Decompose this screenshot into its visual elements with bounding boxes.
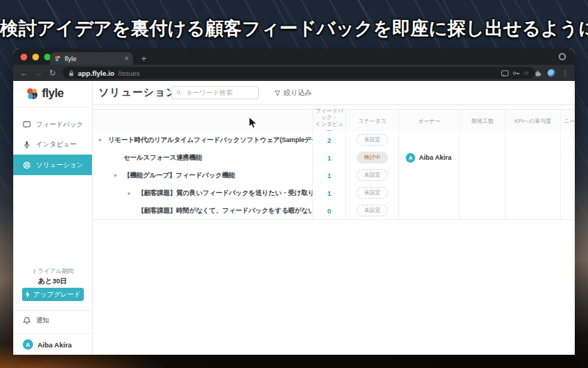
collapse-caret-icon[interactable]: ▾ <box>114 172 123 179</box>
sidebar-item-interview[interactable]: インタビュー <box>13 135 92 155</box>
status-badge[interactable]: 未設定 <box>356 187 388 199</box>
table-row[interactable]: 【顧客課題】時間がなくて、フィードバックをする暇がない 0 未設定 <box>93 202 575 220</box>
browser-profile-avatar[interactable] <box>548 69 556 77</box>
solution-title[interactable]: 【顧客課題】質の良いフィードバックを送りたい・受け取りたい <box>137 188 312 198</box>
column-header-status: ステータス <box>345 110 398 132</box>
status-badge[interactable]: 検討中 <box>356 152 388 163</box>
upgrade-button-label: アップグレード <box>33 290 80 300</box>
sidebar-divider <box>13 107 92 107</box>
browser-toolbar: ← → ↻ app.flyle.io /issues ☆ <box>13 65 575 81</box>
filter-funnel-icon <box>274 90 281 96</box>
back-icon[interactable]: ← <box>20 65 28 81</box>
url-host: app.flyle.io <box>78 69 115 77</box>
reload-icon[interactable]: ↻ <box>49 65 56 81</box>
browser-tab-strip: flyle × + <box>13 49 575 65</box>
flyle-favicon <box>54 55 61 62</box>
flyle-logo-icon <box>26 88 38 100</box>
table-row[interactable]: セールスフォース連携機能 1 検討中 A Aiba Akira <box>93 149 575 167</box>
bookmark-star-icon[interactable]: ☆ <box>523 69 529 77</box>
status-badge[interactable]: 未設定 <box>356 169 388 181</box>
user-name: Aiba Akira <box>37 341 72 349</box>
browser-settings-icon[interactable] <box>559 53 566 60</box>
solution-title[interactable]: セールスフォース連携機能 <box>123 153 202 163</box>
filter-label: 絞り込み <box>284 88 312 98</box>
solution-title[interactable]: リモート時代のリアルタイムフィードバックソフトウェア(Sampleデータ) <box>108 135 312 145</box>
upgrade-button[interactable]: アップグレード <box>22 288 84 301</box>
video-caption: 検討アイデアを裏付ける顧客フィードバックを即座に探し出せるように <box>0 16 588 40</box>
table-header-row: フィードバック・インタビュー ステータス オーナー 開発工数 KPIへの寄与度 … <box>93 109 575 132</box>
trial-days-left: あと30日 <box>13 277 92 286</box>
column-header-effort: 開発工数 <box>459 110 505 132</box>
forward-icon[interactable]: → <box>35 65 43 81</box>
window-controls <box>21 54 51 60</box>
table-row[interactable]: ▾ 【機能グループ】フィードバック機能 1 未設定 <box>93 166 575 185</box>
table-row[interactable]: ▸ 【顧客課題】質の良いフィードバックを送りたい・受け取りたい 1 未設定 <box>93 184 575 202</box>
column-header-owner: オーナー <box>398 110 459 132</box>
sidebar-item-label: フィードバック <box>36 120 83 130</box>
extension-icon[interactable] <box>534 69 542 77</box>
tab-close-icon[interactable]: × <box>124 55 129 63</box>
filter-button[interactable]: 絞り込み <box>274 86 312 99</box>
lock-icon <box>68 70 74 77</box>
table-row[interactable]: ▾ リモート時代のリアルタイムフィードバックソフトウェア(Sampleデータ) … <box>93 131 575 149</box>
sidebar-item-label: ソリューション <box>36 160 83 170</box>
owner-avatar: A <box>406 153 415 163</box>
sidebar-divider <box>13 333 92 334</box>
mouse-cursor <box>248 116 258 130</box>
new-tab-button[interactable]: + <box>141 52 147 65</box>
feedback-icon <box>23 121 31 129</box>
collapse-caret-icon[interactable]: ▾ <box>98 137 108 144</box>
cast-icon[interactable] <box>501 70 509 77</box>
bell-icon <box>23 316 31 325</box>
feedback-count[interactable]: 0 <box>327 207 331 215</box>
keyword-search-box[interactable] <box>171 86 259 99</box>
minimize-window-button[interactable] <box>32 54 39 60</box>
flyle-logo-text: flyle <box>42 87 64 100</box>
feedback-count[interactable]: 2 <box>327 136 331 144</box>
flyle-app: flyle フィードバック インタビュー <box>13 81 575 355</box>
sidebar-item-solution[interactable]: ソリューション <box>13 155 92 175</box>
solution-title[interactable]: 【顧客課題】時間がなくて、フィードバックをする暇がない <box>137 206 312 216</box>
url-path: /issues <box>118 69 140 77</box>
feedback-count[interactable]: 1 <box>327 171 331 180</box>
browser-tab[interactable]: flyle × <box>50 52 133 65</box>
close-window-button[interactable] <box>21 54 27 60</box>
main-header: ソリューション 絞り込み <box>93 81 575 105</box>
feedback-count[interactable]: 1 <box>327 189 331 197</box>
column-header-feedback-interview: フィードバック・インタビュー <box>312 110 345 132</box>
sidebar-divider <box>13 310 92 311</box>
column-header-needs: ニーズ <box>560 110 575 132</box>
solution-icon <box>23 161 31 169</box>
expand-caret-icon[interactable]: ▸ <box>128 190 137 197</box>
sidebar-item-label: インタビュー <box>36 140 76 149</box>
trial-period-label: トライアル期間 <box>13 267 92 275</box>
notifications-label: 通知 <box>36 316 49 325</box>
column-header-kpi: KPIへの寄与度 <box>505 110 560 132</box>
url-bar[interactable]: app.flyle.io /issues ☆ <box>62 67 535 79</box>
status-badge[interactable]: 未設定 <box>356 205 388 216</box>
feedback-count[interactable]: 1 <box>327 154 331 162</box>
flyle-logo: flyle <box>26 87 64 100</box>
key-icon[interactable] <box>512 70 520 77</box>
browser-menu-icon[interactable]: ⋮ <box>562 69 569 77</box>
search-icon <box>176 90 182 96</box>
user-avatar: A <box>23 339 33 350</box>
tab-title: flyle <box>65 55 121 63</box>
page-title: ソリューション <box>98 86 177 99</box>
solution-title[interactable]: 【機能グループ】フィードバック機能 <box>123 171 235 180</box>
toolbar-right: ⋮ <box>534 65 569 81</box>
owner-name: Aiba Akira <box>419 154 451 161</box>
sidebar-user-menu[interactable]: A Aiba Akira <box>23 339 72 350</box>
main-panel: ソリューション 絞り込み <box>93 81 575 355</box>
app-sidebar: flyle フィードバック インタビュー <box>13 81 93 355</box>
sidebar-item-notifications[interactable]: 通知 <box>23 316 49 325</box>
sidebar-item-feedback[interactable]: フィードバック <box>13 115 92 135</box>
status-badge[interactable]: 未設定 <box>356 134 388 146</box>
interview-mic-icon <box>23 141 31 149</box>
browser-window: flyle × + ← → ↻ app.flyle.io /issues <box>13 49 575 355</box>
lightning-icon <box>25 291 30 298</box>
search-input[interactable] <box>184 88 254 97</box>
